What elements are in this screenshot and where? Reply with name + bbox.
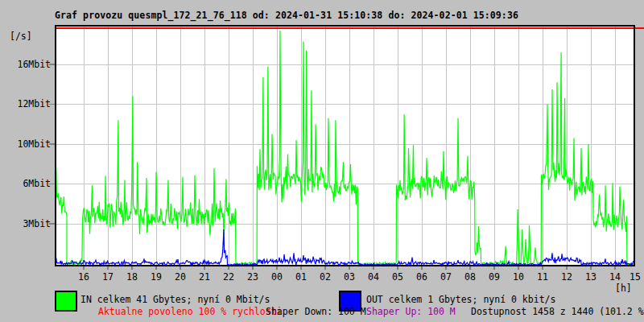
availability-text: Dostupnost 1458 z 1440 (101.2 %): [471, 306, 644, 317]
legend-out-label: OUT celkem 1 Gbytes; nyní 0 kbit/s: [366, 294, 555, 305]
x-tick-label: 04: [365, 272, 382, 283]
x-tick-label: 08: [461, 272, 479, 283]
shaper-up-text: Shaper Up: 100 M: [366, 306, 456, 317]
x-axis-unit-label: [h]: [615, 283, 632, 294]
x-tick-label: 19: [147, 272, 165, 283]
x-tick-label: 01: [292, 272, 310, 283]
x-tick-label: 06: [413, 272, 431, 283]
x-tick-label: 18: [123, 272, 141, 283]
allowed-speed-text: Aktualne povoleno 100 % rychlosti: [98, 306, 282, 317]
x-tick-label: 16: [75, 272, 93, 283]
x-tick-label: 00: [268, 272, 286, 283]
y-tick-label: 16Mbit: [9, 60, 51, 70]
x-tick-label: 10: [510, 272, 527, 283]
x-tick-label: 12: [558, 272, 576, 283]
x-tick-label: 22: [220, 272, 237, 283]
x-tick-label: 15: [626, 272, 644, 283]
x-tick-label: 13: [582, 272, 600, 283]
x-tick-label: 20: [171, 272, 189, 283]
x-tick-label: 02: [316, 272, 334, 283]
y-tick-label: 12Mbit: [9, 99, 51, 109]
y-tick-label: 3Mbit: [9, 219, 51, 229]
shaper-down-text: Shaper Down: 100 M: [266, 306, 366, 317]
x-tick-label: 14: [606, 272, 624, 283]
x-tick-label: 05: [389, 272, 407, 283]
x-tick-label: 07: [437, 272, 455, 283]
x-tick-label: 21: [196, 272, 213, 283]
legend-in-swatch: [55, 291, 77, 312]
y-tick-label: 6Mbit: [9, 179, 51, 189]
x-tick-label: 23: [244, 272, 262, 283]
x-tick-label: 03: [341, 272, 358, 283]
x-tick-label: 17: [99, 272, 117, 283]
x-tick-label: 11: [534, 272, 551, 283]
x-tick-label: 09: [485, 272, 503, 283]
traffic-graph-page: Graf provozu quesmpl_172_21_76_118 od: 2…: [0, 0, 644, 322]
y-tick-label: 10Mbit: [9, 139, 51, 150]
legend-in-label: IN celkem 41 Gbytes; nyní 0 Mbit/s: [80, 294, 270, 305]
